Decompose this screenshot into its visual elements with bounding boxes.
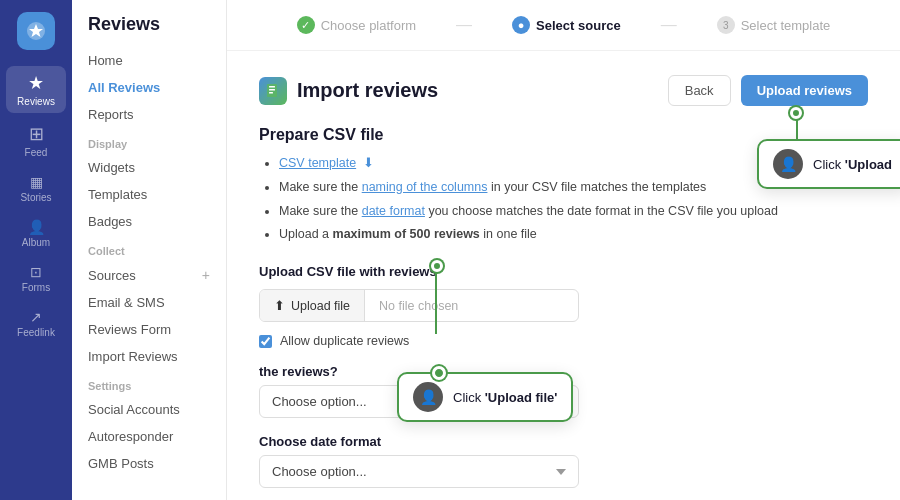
allow-duplicate-checkbox[interactable] [259, 335, 272, 348]
tooltip-dot-1 [432, 366, 446, 380]
sidebar-item-reviews[interactable]: ★ Reviews [6, 66, 66, 113]
connector-line-1 [435, 272, 437, 334]
nav-email-sms[interactable]: Email & SMS [72, 289, 226, 316]
stepper-header: ✓ Choose platform — ● Select source — 3 … [227, 0, 900, 51]
feed-icon: ⊞ [29, 123, 44, 145]
upload-reviews-tooltip: 👤 Click 'Upload [757, 139, 900, 189]
upload-placeholder: No file chosen [365, 291, 578, 321]
upload-file-row: ⬆ Upload file No file chosen [259, 289, 579, 322]
forms-icon: ⊡ [30, 264, 42, 280]
step-select-template: 3 Select template [717, 16, 831, 34]
upload-reviews-tooltip-text: Click 'Upload [813, 157, 892, 172]
upload-csv-label: Upload CSV file with reviews [259, 264, 868, 279]
date-format-dropdown[interactable]: Choose option... [259, 455, 579, 488]
nav-gmb-posts[interactable]: GMB Posts [72, 450, 226, 477]
upload-section: Upload CSV file with reviews ⬆ Upload fi… [259, 264, 868, 348]
upload-reviews-button[interactable]: Upload reviews [741, 75, 868, 106]
content-area: Import reviews Back Upload reviews Prepa… [227, 51, 900, 500]
nav-title: Reviews [72, 14, 226, 47]
svg-rect-2 [269, 86, 275, 88]
back-button[interactable]: Back [668, 75, 731, 106]
sidebar-item-feed[interactable]: ⊞ Feed [6, 117, 66, 164]
tooltip-dot-upload [431, 260, 443, 272]
album-icon: 👤 [28, 219, 45, 235]
nav-panel: Reviews Home All Reviews Reports Display… [72, 0, 227, 500]
date-format-section: Choose date format Choose option... [259, 434, 868, 488]
nav-social-accounts[interactable]: Social Accounts [72, 396, 226, 423]
feedlink-icon: ↗ [30, 309, 42, 325]
page-header: Import reviews Back Upload reviews [259, 75, 868, 106]
bullet-3: Make sure the date format you choose mat… [279, 202, 868, 221]
tooltip-avatar-1: 👤 [413, 382, 443, 412]
date-format-label: Choose date format [259, 434, 868, 449]
csv-template-link[interactable]: CSV template [279, 156, 356, 170]
sidebar-item-stories[interactable]: ▦ Stories [6, 168, 66, 209]
allow-duplicate-label: Allow duplicate reviews [280, 334, 409, 348]
nav-home[interactable]: Home [72, 47, 226, 74]
naming-columns-link[interactable]: naming of the columns [362, 180, 488, 194]
upload-file-tooltip: 👤 Click 'Upload file' [397, 372, 573, 422]
sidebar-item-feedlink[interactable]: ↗ Feedlink [6, 303, 66, 344]
nav-templates[interactable]: Templates [72, 181, 226, 208]
app-logo[interactable] [17, 12, 55, 50]
sidebar-item-album[interactable]: 👤 Album [6, 213, 66, 254]
nav-autoresponder[interactable]: Autoresponder [72, 423, 226, 450]
nav-sources[interactable]: Sources + [72, 261, 226, 289]
upload-file-tooltip-text: Click 'Upload file' [453, 390, 557, 405]
header-actions: Back Upload reviews [668, 75, 868, 106]
step-active-dot: ● [512, 16, 530, 34]
nav-all-reviews[interactable]: All Reviews [72, 74, 226, 101]
tooltip-avatar-2: 👤 [773, 149, 803, 179]
svg-rect-3 [269, 89, 275, 91]
svg-rect-4 [269, 92, 273, 94]
nav-section-settings: Settings [72, 370, 226, 396]
main-content: ✓ Choose platform — ● Select source — 3 … [227, 0, 900, 500]
step-choose-platform: ✓ Choose platform [297, 16, 416, 34]
tooltip-dot-upload-reviews [790, 107, 802, 119]
download-icon[interactable]: ⬇ [363, 156, 374, 170]
stories-icon: ▦ [30, 174, 43, 190]
nav-import-reviews[interactable]: Import Reviews [72, 343, 226, 370]
upload-file-button[interactable]: ⬆ Upload file [260, 290, 365, 321]
import-icon [259, 77, 287, 105]
checkbox-row: Allow duplicate reviews [259, 334, 868, 348]
sidebar-icons-panel: ★ Reviews ⊞ Feed ▦ Stories 👤 Album ⊡ For… [0, 0, 72, 500]
step-pending-circle: 3 [717, 16, 735, 34]
page-title-row: Import reviews [259, 77, 438, 105]
nav-reports[interactable]: Reports [72, 101, 226, 128]
reviews-icon: ★ [28, 72, 44, 94]
page-title: Import reviews [297, 79, 438, 102]
bullet-4: Upload a maximum of 500 reviews in one f… [279, 225, 868, 244]
date-format-link[interactable]: date format [362, 204, 425, 218]
upload-icon: ⬆ [274, 298, 285, 313]
add-source-icon[interactable]: + [202, 267, 210, 283]
nav-section-display: Display [72, 128, 226, 154]
step-done-icon: ✓ [297, 16, 315, 34]
nav-widgets[interactable]: Widgets [72, 154, 226, 181]
nav-reviews-form[interactable]: Reviews Form [72, 316, 226, 343]
step-divider-1: — [456, 16, 472, 34]
sidebar-item-forms[interactable]: ⊡ Forms [6, 258, 66, 299]
step-divider-2: — [661, 16, 677, 34]
nav-section-collect: Collect [72, 235, 226, 261]
step-select-source: ● Select source [512, 16, 621, 34]
nav-badges[interactable]: Badges [72, 208, 226, 235]
